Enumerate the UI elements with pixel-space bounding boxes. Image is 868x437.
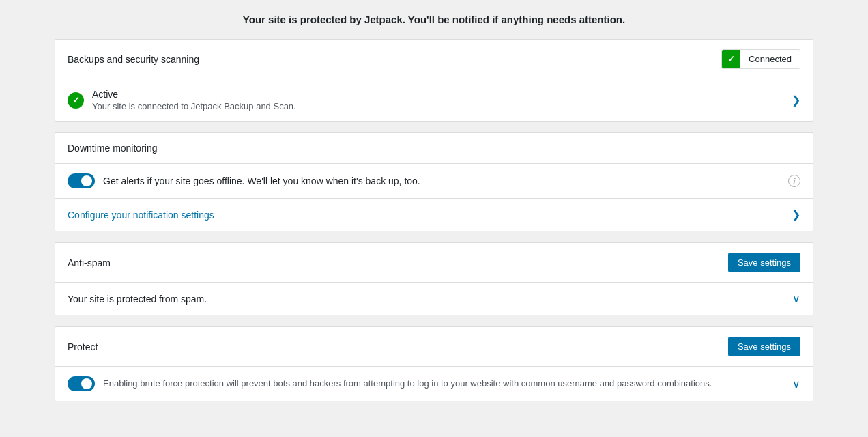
chevron-down-icon: ∨: [792, 378, 800, 391]
downtime-monitoring-card: Downtime monitoring Get alerts if your s…: [55, 132, 813, 231]
protect-row-left: Enabling brute force protection will pre…: [68, 376, 792, 391]
chevron-right-icon: ❯: [792, 208, 800, 221]
downtime-toggle[interactable]: [68, 173, 95, 188]
downtime-alert-text: Get alerts if your site goes offline. We…: [103, 175, 420, 186]
backups-card-header: Backups and security scanning ✓ Connecte…: [55, 40, 813, 79]
active-row-right[interactable]: ❯: [792, 94, 800, 107]
protect-card: Protect Save settings Enabling brute for…: [55, 326, 813, 401]
backups-header-title: Backups and security scanning: [68, 54, 199, 65]
configure-row[interactable]: Configure your notification settings ❯: [55, 199, 813, 231]
active-desc: Your site is connected to Jetpack Backup…: [92, 101, 296, 111]
protect-card-header: Protect Save settings: [55, 327, 813, 367]
protect-toggle[interactable]: [68, 376, 95, 391]
connected-badge: ✓ Connected: [721, 49, 800, 69]
downtime-alert-row: Get alerts if your site goes offline. We…: [55, 164, 813, 199]
antispam-card-header: Anti-spam Save settings: [55, 243, 813, 283]
backups-security-card: Backups and security scanning ✓ Connecte…: [55, 39, 813, 122]
antispam-save-button[interactable]: Save settings: [728, 253, 800, 272]
protect-header-title: Protect: [68, 341, 98, 352]
active-row[interactable]: ✓ Active Your site is connected to Jetpa…: [55, 79, 813, 121]
protect-row-right[interactable]: ∨: [792, 378, 800, 391]
chevron-down-icon: ∨: [792, 292, 800, 305]
protect-save-button[interactable]: Save settings: [728, 337, 800, 356]
checkmark-icon: ✓: [727, 54, 735, 64]
page-title: Your site is protected by Jetpack. You'l…: [55, 14, 813, 25]
antispam-card: Anti-spam Save settings Your site is pro…: [55, 242, 813, 315]
checkmark-icon: ✓: [72, 95, 80, 105]
downtime-row-left: Get alerts if your site goes offline. We…: [68, 173, 788, 188]
active-info: Active Your site is connected to Jetpack…: [92, 89, 296, 111]
connected-label: Connected: [740, 50, 800, 68]
configure-link[interactable]: Configure your notification settings: [68, 210, 214, 221]
active-title: Active: [92, 89, 296, 100]
chevron-right-icon: ❯: [792, 94, 800, 107]
spam-row-left: Your site is protected from spam.: [68, 294, 792, 305]
protect-text: Enabling brute force protection will pre…: [103, 377, 712, 391]
active-checkmark-icon: ✓: [68, 92, 84, 109]
antispam-header-title: Anti-spam: [68, 257, 111, 268]
spam-text: Your site is protected from spam.: [68, 294, 207, 305]
active-row-left: ✓ Active Your site is connected to Jetpa…: [68, 89, 792, 111]
downtime-header-title: Downtime monitoring: [68, 143, 158, 154]
configure-row-right: ❯: [792, 208, 800, 221]
spam-row-right[interactable]: ∨: [792, 292, 800, 305]
downtime-row-right: i: [788, 175, 800, 187]
configure-row-left: Configure your notification settings: [68, 210, 792, 221]
toggle-slider: [68, 376, 95, 391]
protect-row: Enabling brute force protection will pre…: [55, 367, 813, 401]
info-icon[interactable]: i: [788, 175, 800, 187]
connected-badge-icon: ✓: [722, 50, 740, 68]
toggle-slider: [68, 173, 95, 188]
spam-row: Your site is protected from spam. ∨: [55, 283, 813, 315]
downtime-card-header: Downtime monitoring: [55, 133, 813, 164]
